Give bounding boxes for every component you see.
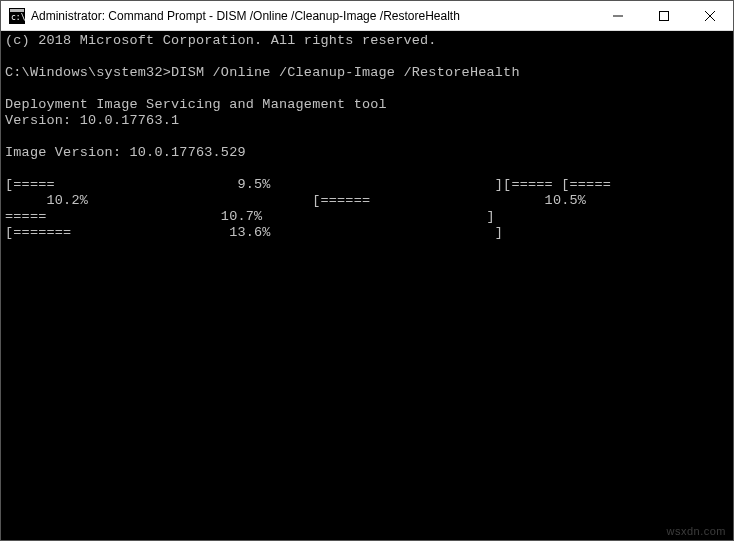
cmd-icon: c:\ bbox=[9, 8, 25, 24]
tool-name: Deployment Image Servicing and Managemen… bbox=[5, 97, 387, 112]
maximize-icon bbox=[659, 11, 669, 21]
minimize-icon bbox=[613, 11, 623, 21]
command: DISM /Online /Cleanup-Image /RestoreHeal… bbox=[171, 65, 520, 80]
svg-rect-4 bbox=[660, 11, 669, 20]
window-controls bbox=[595, 1, 733, 30]
tool-version: Version: 10.0.17763.1 bbox=[5, 113, 179, 128]
terminal-output[interactable]: (c) 2018 Microsoft Corporation. All righ… bbox=[1, 31, 733, 540]
copyright-line: (c) 2018 Microsoft Corporation. All righ… bbox=[5, 33, 437, 48]
window-title: Administrator: Command Prompt - DISM /On… bbox=[31, 9, 595, 23]
command-line: C:\Windows\system32>DISM /Online /Cleanu… bbox=[5, 65, 520, 80]
maximize-button[interactable] bbox=[641, 1, 687, 30]
progress-line: [======= 13.6% ] bbox=[5, 225, 511, 240]
progress-line: 10.2% [====== 10.5% [= bbox=[5, 193, 733, 208]
close-icon bbox=[705, 11, 715, 21]
window-titlebar: c:\ Administrator: Command Prompt - DISM… bbox=[1, 1, 733, 31]
close-button[interactable] bbox=[687, 1, 733, 30]
svg-text:c:\: c:\ bbox=[11, 13, 25, 22]
progress-line: [===== 9.5% ][===== [===== bbox=[5, 177, 694, 192]
progress-line: ===== 10.7% ] bbox=[5, 209, 503, 224]
watermark: wsxdn.com bbox=[666, 525, 726, 537]
prompt: C:\Windows\system32> bbox=[5, 65, 171, 80]
svg-rect-1 bbox=[10, 9, 24, 12]
minimize-button[interactable] bbox=[595, 1, 641, 30]
image-version: Image Version: 10.0.17763.529 bbox=[5, 145, 246, 160]
